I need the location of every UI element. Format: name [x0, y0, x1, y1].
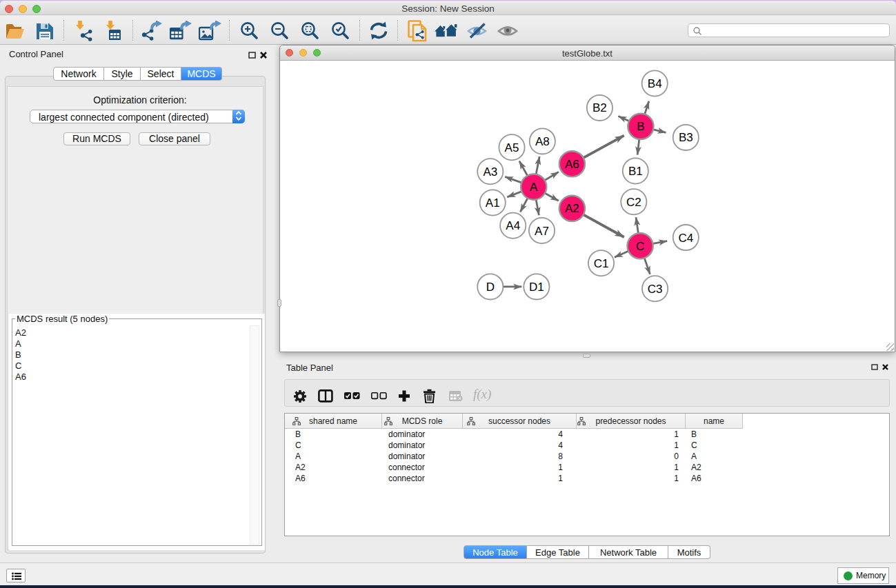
svg-text:C2: C2 [626, 196, 641, 209]
svg-text:B3: B3 [679, 131, 693, 144]
svg-text:A: A [530, 181, 538, 194]
svg-text:B: B [637, 120, 644, 133]
svg-text:A3: A3 [483, 165, 497, 179]
svg-text:C1: C1 [594, 257, 609, 270]
svg-text:A1: A1 [486, 196, 500, 210]
svg-text:A6: A6 [565, 158, 579, 171]
svg-text:D: D [486, 281, 495, 294]
svg-text:A5: A5 [505, 141, 519, 154]
svg-text:C3: C3 [648, 283, 663, 296]
svg-text:A2: A2 [565, 202, 579, 215]
svg-text:B4: B4 [648, 77, 662, 90]
svg-text:B2: B2 [593, 101, 607, 114]
svg-text:A4: A4 [506, 219, 520, 232]
svg-text:B1: B1 [628, 165, 643, 178]
svg-text:C4: C4 [678, 232, 693, 245]
svg-text:A7: A7 [535, 225, 549, 238]
svg-text:A8: A8 [535, 135, 550, 148]
svg-text:C: C [636, 240, 644, 253]
svg-text:D1: D1 [529, 281, 544, 294]
